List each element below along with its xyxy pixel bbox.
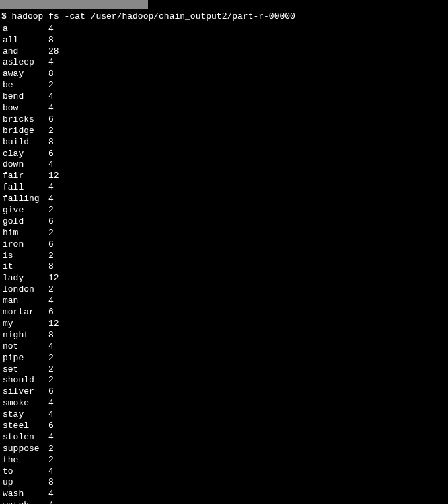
count-cell: 6 xyxy=(48,239,54,251)
word-cell: smoke xyxy=(3,398,48,409)
count-cell: 4 xyxy=(48,341,54,353)
word-cell: and xyxy=(3,46,48,58)
output-row: to4 xyxy=(0,466,448,478)
word-cell: a xyxy=(3,24,48,35)
count-cell: 12 xyxy=(48,319,59,330)
word-cell: bricks xyxy=(3,114,48,126)
word-cell: falling xyxy=(3,194,48,205)
count-cell: 2 xyxy=(48,455,54,466)
output-row: fair12 xyxy=(0,171,448,182)
count-cell: 8 xyxy=(48,477,54,489)
word-cell: silver xyxy=(3,386,48,398)
word-cell: up xyxy=(3,477,48,489)
output-row: night8 xyxy=(0,330,448,341)
output-row: should2 xyxy=(0,375,448,386)
output-row: wash4 xyxy=(0,489,448,500)
count-cell: 6 xyxy=(48,216,54,228)
output-row: bend4 xyxy=(0,91,448,103)
terminal-header: $ hadoop fs -cat /user/hadoop/chain_outp… xyxy=(0,0,448,23)
count-cell: 12 xyxy=(48,273,59,284)
word-cell: him xyxy=(3,228,48,239)
count-cell: 4 xyxy=(48,159,54,171)
count-cell: 6 xyxy=(48,149,54,160)
output-row: bow4 xyxy=(0,103,448,114)
output-row: the2 xyxy=(0,455,448,466)
output-row: iron6 xyxy=(0,239,448,251)
output-row: down4 xyxy=(0,159,448,171)
word-cell: wash xyxy=(3,489,48,500)
word-cell: down xyxy=(3,159,48,171)
word-cell: away xyxy=(3,69,48,80)
output-row: falling4 xyxy=(0,194,448,205)
word-cell: clay xyxy=(3,149,48,160)
count-cell: 2 xyxy=(48,126,54,137)
output-row: give2 xyxy=(0,205,448,216)
word-cell: lady xyxy=(3,273,48,284)
output-row: set2 xyxy=(0,364,448,376)
count-cell: 2 xyxy=(48,80,54,91)
output-row: is2 xyxy=(0,251,448,262)
count-cell: 4 xyxy=(48,57,54,69)
command-text: hadoop fs -cat /user/hadoop/chain_output… xyxy=(12,11,295,22)
output-row: and28 xyxy=(0,46,448,58)
output-row: build8 xyxy=(0,137,448,149)
word-cell: watch xyxy=(3,500,48,504)
window-title-bar xyxy=(0,0,148,9)
count-cell: 6 xyxy=(48,386,54,398)
word-cell: mortar xyxy=(3,307,48,319)
count-cell: 4 xyxy=(48,500,54,504)
output-row: stolen4 xyxy=(0,432,448,444)
count-cell: 4 xyxy=(48,432,54,444)
output-row: not4 xyxy=(0,341,448,353)
shell-prompt: $ xyxy=(1,11,12,22)
count-cell: 6 xyxy=(48,307,54,319)
count-cell: 2 xyxy=(48,205,54,216)
count-cell: 4 xyxy=(48,296,54,307)
count-cell: 2 xyxy=(48,251,54,262)
word-cell: give xyxy=(3,205,48,216)
output-row: bridge2 xyxy=(0,126,448,137)
output-row: silver6 xyxy=(0,386,448,398)
word-cell: be xyxy=(3,80,48,91)
word-cell: should xyxy=(3,375,48,386)
count-cell: 8 xyxy=(48,35,54,46)
word-cell: stay xyxy=(3,409,48,421)
output-row: clay6 xyxy=(0,149,448,160)
command-line[interactable]: $ hadoop fs -cat /user/hadoop/chain_outp… xyxy=(0,11,295,23)
count-cell: 4 xyxy=(48,489,54,500)
word-cell: is xyxy=(3,251,48,262)
word-cell: steel xyxy=(3,421,48,432)
word-cell: bend xyxy=(3,91,48,103)
output-row: be2 xyxy=(0,80,448,91)
count-cell: 4 xyxy=(48,103,54,114)
count-cell: 8 xyxy=(48,69,54,80)
word-cell: asleep xyxy=(3,57,48,69)
word-cell: man xyxy=(3,296,48,307)
output-row: bricks6 xyxy=(0,114,448,126)
count-cell: 2 xyxy=(48,353,54,364)
word-cell: set xyxy=(3,364,48,376)
output-row: pipe2 xyxy=(0,353,448,364)
output-row: smoke4 xyxy=(0,398,448,409)
word-cell: all xyxy=(3,35,48,46)
word-cell: bridge xyxy=(3,126,48,137)
word-cell: gold xyxy=(3,216,48,228)
word-cell: suppose xyxy=(3,444,48,455)
output-row: suppose2 xyxy=(0,444,448,455)
output-row: asleep4 xyxy=(0,57,448,69)
word-cell: build xyxy=(3,137,48,149)
count-cell: 2 xyxy=(48,444,54,455)
output-row: up8 xyxy=(0,477,448,489)
word-cell: iron xyxy=(3,239,48,251)
output-row: away8 xyxy=(0,69,448,80)
output-row: it8 xyxy=(0,261,448,273)
output-row: steel6 xyxy=(0,421,448,432)
count-cell: 28 xyxy=(48,46,59,58)
count-cell: 12 xyxy=(48,171,59,182)
count-cell: 6 xyxy=(48,114,54,126)
output-row: a4 xyxy=(0,24,448,35)
word-cell: night xyxy=(3,330,48,341)
output-row: man4 xyxy=(0,296,448,307)
output-row: all8 xyxy=(0,35,448,46)
output-row: mortar6 xyxy=(0,307,448,319)
